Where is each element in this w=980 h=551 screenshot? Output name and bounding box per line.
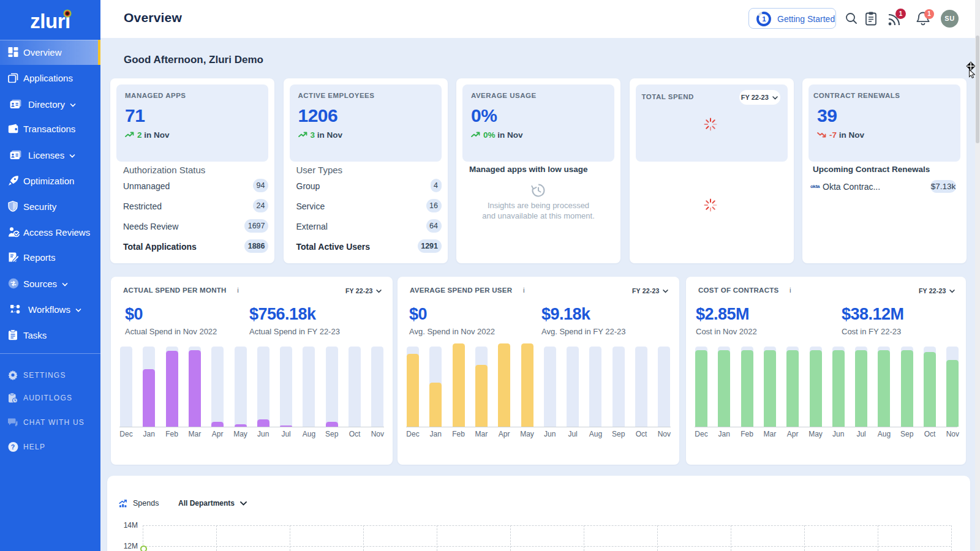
svg-text:?: ?: [11, 443, 16, 451]
svg-text:1: 1: [762, 15, 766, 23]
